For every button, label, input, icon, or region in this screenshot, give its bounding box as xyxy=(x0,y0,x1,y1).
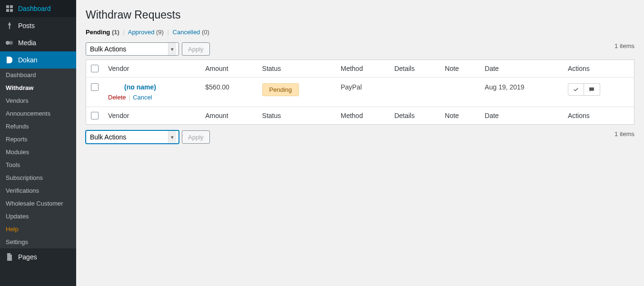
sidebar-item-media[interactable]: Media xyxy=(0,34,76,51)
dashboard-icon xyxy=(5,4,14,13)
items-count-bottom: 1 items xyxy=(614,130,634,138)
svg-point-1 xyxy=(9,41,13,45)
submenu-item-verifications[interactable]: Verifications xyxy=(0,184,76,197)
select-all-checkbox-bottom[interactable] xyxy=(91,112,99,119)
table-row: (no name) Delete | Cancel $560.00 Pendin… xyxy=(86,78,634,107)
svg-rect-2 xyxy=(589,88,594,91)
apply-button-bottom[interactable]: Apply xyxy=(182,130,210,144)
col-vendor[interactable]: Vendor xyxy=(103,60,200,78)
status-cell: Pending xyxy=(258,78,336,107)
bottom-actions-row: Bulk Actions Apply 1 items xyxy=(86,128,634,146)
col-date-foot[interactable]: Date xyxy=(480,107,563,125)
col-status[interactable]: Status xyxy=(258,60,336,78)
details-cell xyxy=(389,78,440,107)
submenu-item-subscriptions[interactable]: Subscriptions xyxy=(0,171,76,184)
col-details[interactable]: Details xyxy=(389,60,440,78)
col-actions-foot[interactable]: Actions xyxy=(563,107,634,125)
note-button[interactable] xyxy=(584,83,600,96)
sidebar-item-label: Pages xyxy=(18,253,37,261)
sidebar-item-posts[interactable]: Posts xyxy=(0,17,76,34)
row-checkbox[interactable] xyxy=(91,83,99,91)
submenu-item-updates[interactable]: Updates xyxy=(0,210,76,223)
col-method-foot[interactable]: Method xyxy=(336,107,390,125)
items-count-top: 1 items xyxy=(614,42,634,49)
sidebar-item-label: Dokan xyxy=(18,56,37,64)
pin-icon xyxy=(5,21,14,30)
col-date[interactable]: Date xyxy=(480,60,563,78)
approve-button[interactable] xyxy=(568,83,584,96)
method-cell: PayPal xyxy=(336,78,390,107)
bulk-actions-select-bottom[interactable]: Bulk Actions xyxy=(86,130,179,144)
check-icon xyxy=(573,86,579,93)
apply-button-top[interactable]: Apply xyxy=(182,42,210,56)
tab-approved[interactable]: Approved (9) xyxy=(128,29,164,36)
col-status-foot[interactable]: Status xyxy=(258,107,336,125)
col-method[interactable]: Method xyxy=(336,60,390,78)
submenu-item-announcements[interactable]: Announcements xyxy=(0,107,76,120)
main-content: Withdraw Requests Pending (1) | Approved… xyxy=(76,0,644,286)
sidebar-item-label: Dashboard xyxy=(18,5,51,12)
requests-table: Vendor Amount Status Method Details Note… xyxy=(86,59,634,125)
col-amount-foot[interactable]: Amount xyxy=(200,107,257,125)
page-icon xyxy=(5,252,14,262)
sidebar-item-label: Media xyxy=(18,39,36,47)
submenu-item-help[interactable]: Help xyxy=(0,223,76,236)
tab-cancelled[interactable]: Cancelled (0) xyxy=(173,29,209,36)
media-icon xyxy=(5,38,14,48)
vendor-link[interactable]: (no name) xyxy=(124,83,156,91)
bulk-actions-select-top[interactable]: Bulk Actions xyxy=(86,42,179,56)
svg-point-0 xyxy=(6,41,10,45)
action-buttons xyxy=(568,83,629,96)
sidebar-item-label: Posts xyxy=(18,22,35,30)
col-actions[interactable]: Actions xyxy=(563,60,634,78)
tab-pending[interactable]: Pending (1) xyxy=(86,29,119,36)
status-tabs: Pending (1) | Approved (9) | Cancelled (… xyxy=(86,29,634,36)
sidebar-submenu: Dashboard Withdraw Vendors Announcements… xyxy=(0,69,76,248)
admin-sidebar: Dashboard Posts Media Dokan Dashboard Wi… xyxy=(0,0,76,286)
submenu-item-modules[interactable]: Modules xyxy=(0,146,76,158)
select-all-checkbox-top[interactable] xyxy=(91,65,99,72)
amount-cell: $560.00 xyxy=(200,78,257,107)
note-icon xyxy=(588,86,595,93)
delete-action[interactable]: Delete xyxy=(108,94,126,101)
dokan-icon xyxy=(5,55,14,65)
row-actions: Delete | Cancel xyxy=(108,94,196,101)
col-amount[interactable]: Amount xyxy=(200,60,257,78)
cancel-action[interactable]: Cancel xyxy=(133,94,152,101)
submenu-item-dashboard[interactable]: Dashboard xyxy=(0,69,76,81)
sidebar-item-pages[interactable]: Pages xyxy=(0,248,76,266)
submenu-item-withdraw[interactable]: Withdraw xyxy=(0,81,76,94)
status-badge: Pending xyxy=(262,83,299,96)
col-details-foot[interactable]: Details xyxy=(389,107,440,125)
submenu-item-settings[interactable]: Settings xyxy=(0,236,76,248)
submenu-item-wholesale[interactable]: Wholesale Customer xyxy=(0,197,76,210)
col-note[interactable]: Note xyxy=(440,60,480,78)
top-actions-row: Bulk Actions Apply 1 items xyxy=(86,40,634,58)
col-vendor-foot[interactable]: Vendor xyxy=(103,107,200,125)
note-cell xyxy=(440,78,480,107)
date-cell: Aug 19, 2019 xyxy=(480,78,563,107)
page-title: Withdraw Requests xyxy=(86,9,634,21)
submenu-item-tools[interactable]: Tools xyxy=(0,158,76,171)
submenu-item-reports[interactable]: Reports xyxy=(0,133,76,146)
sidebar-item-dashboard[interactable]: Dashboard xyxy=(0,0,76,17)
sidebar-item-dokan[interactable]: Dokan xyxy=(0,51,76,69)
submenu-item-refunds[interactable]: Refunds xyxy=(0,120,76,133)
submenu-item-vendors[interactable]: Vendors xyxy=(0,94,76,107)
col-note-foot[interactable]: Note xyxy=(440,107,480,125)
